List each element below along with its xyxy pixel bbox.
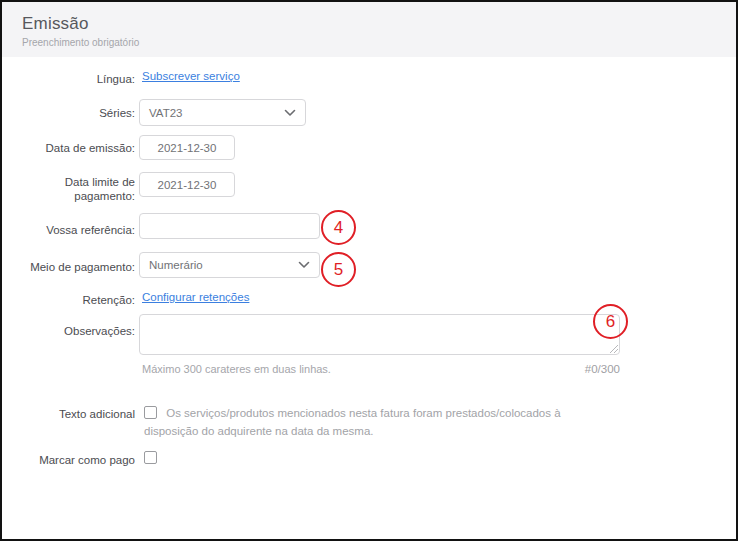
chevron-down-icon <box>298 261 310 269</box>
annotation-circle-5: 5 <box>321 252 356 287</box>
texto-adicional-checkline: Os serviços/produtos mencionados nesta f… <box>144 404 614 440</box>
observacoes-char-counter: #0/300 <box>520 363 620 375</box>
page-subtitle: Preenchimento obrigatório <box>22 37 736 48</box>
data-limite-label: Data limite de pagamento: <box>20 175 135 203</box>
series-select[interactable]: VAT23 <box>139 99 306 126</box>
data-limite-input[interactable] <box>139 172 235 197</box>
marcar-como-pago-checkbox[interactable] <box>144 451 157 464</box>
emissao-panel: Emissão Preenchimento obrigatório Língua… <box>0 0 738 541</box>
page-title: Emissão <box>22 14 736 34</box>
marcar-como-pago-label: Marcar como pago <box>20 453 135 467</box>
chevron-down-icon <box>284 109 296 117</box>
vossa-referencia-label: Vossa referência: <box>20 223 135 237</box>
lingua-label: Língua: <box>20 72 135 86</box>
meio-pagamento-selected-value: Numerário <box>149 259 203 271</box>
series-label: Séries: <box>20 106 135 120</box>
observacoes-helper-text: Máximo 300 carateres em duas linhas. <box>142 363 331 375</box>
texto-adicional-checkbox-text: Os serviços/produtos mencionados nesta f… <box>144 407 561 437</box>
data-emissao-label: Data de emissão: <box>20 141 135 155</box>
configurar-retencoes-link[interactable]: Configurar retenções <box>142 291 249 303</box>
vossa-referencia-input[interactable] <box>139 213 320 239</box>
panel-header: Emissão Preenchimento obrigatório <box>2 2 736 57</box>
observacoes-textarea[interactable] <box>139 314 620 355</box>
texto-adicional-checkbox[interactable] <box>144 406 157 419</box>
annotation-circle-6: 6 <box>593 304 628 339</box>
meio-pagamento-label: Meio de pagamento: <box>20 260 135 274</box>
annotation-circle-4: 4 <box>321 210 356 245</box>
meio-pagamento-select[interactable]: Numerário <box>139 252 320 278</box>
texto-adicional-label: Texto adicional <box>20 407 135 421</box>
observacoes-label: Observações: <box>20 324 135 338</box>
series-selected-value: VAT23 <box>149 107 182 119</box>
data-emissao-input[interactable] <box>139 135 235 160</box>
subscrever-servico-link[interactable]: Subscrever serviço <box>142 70 240 82</box>
retencao-label: Retenção: <box>20 293 135 307</box>
